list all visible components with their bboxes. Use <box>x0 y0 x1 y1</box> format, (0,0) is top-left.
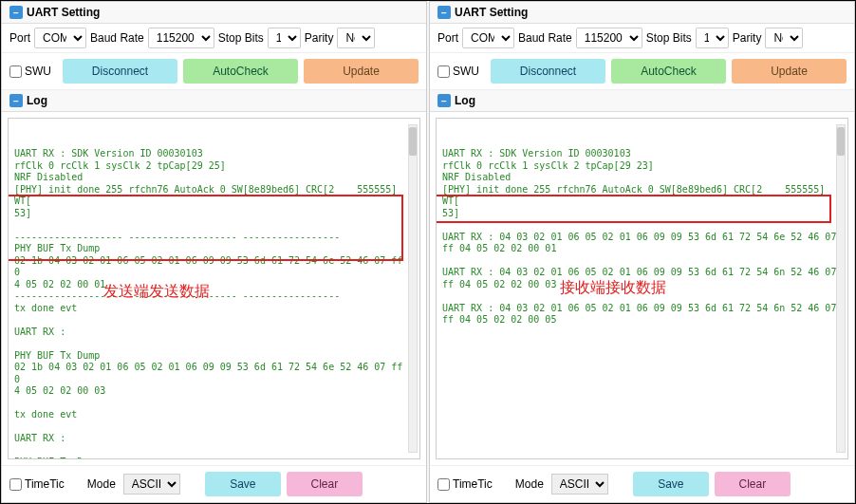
collapse-icon[interactable]: − <box>437 6 451 19</box>
save-button[interactable]: Save <box>633 472 709 496</box>
swu-label: SWU <box>453 65 479 78</box>
log-header[interactable]: − Log <box>2 90 426 112</box>
timetic-label: TimeTic <box>453 477 493 491</box>
swu-checkbox[interactable] <box>437 65 450 78</box>
action-row: SWU Disconnect AutoCheck Update <box>2 53 426 90</box>
collapse-icon[interactable]: − <box>437 94 451 107</box>
clear-button[interactable]: Clear <box>287 472 363 496</box>
autocheck-button[interactable]: AutoCheck <box>611 59 726 84</box>
stopbits-select[interactable]: 1 <box>696 28 729 48</box>
swu-checkbox[interactable] <box>9 65 22 78</box>
uart-setting-header[interactable]: − UART Setting <box>2 2 426 24</box>
port-label: Port <box>9 31 30 45</box>
autocheck-button[interactable]: AutoCheck <box>183 59 298 84</box>
bottom-controls: TimeTic Mode ASCII Save Clear <box>2 465 426 502</box>
header-label: UART Setting <box>27 6 100 19</box>
stopbits-select[interactable]: 1 <box>268 28 301 48</box>
scrollbar-thumb[interactable] <box>837 127 845 156</box>
log-area: UART RX : SDK Version ID 00030103 rfClk … <box>2 112 426 465</box>
clear-button[interactable]: Clear <box>715 472 791 496</box>
scrollbar-thumb[interactable] <box>409 127 417 156</box>
log-header[interactable]: − Log <box>430 90 854 112</box>
baud-select[interactable]: 115200 <box>576 28 642 48</box>
receive-annotation-text: 接收端接收数据 <box>560 278 666 297</box>
parity-label: Parity <box>305 31 334 45</box>
log-label: Log <box>27 94 47 107</box>
mode-select[interactable]: ASCII <box>123 474 180 495</box>
baud-select[interactable]: 115200 <box>148 28 214 48</box>
baud-label: Baud Rate <box>90 31 144 45</box>
port-label: Port <box>437 31 458 45</box>
log-output[interactable]: UART RX : SDK Version ID 00030103 rfClk … <box>436 118 848 459</box>
left-panel: − UART Setting Port COM8 Baud Rate 11520… <box>1 1 427 503</box>
log-label: Log <box>455 94 475 107</box>
scrollbar[interactable] <box>408 124 418 453</box>
mode-label: Mode <box>515 477 544 491</box>
log-output[interactable]: UART RX : SDK Version ID 00030103 rfClk … <box>8 118 420 459</box>
collapse-icon[interactable]: − <box>9 6 23 19</box>
log-text: UART RX : SDK Version ID 00030103 rfClk … <box>14 148 408 459</box>
collapse-icon[interactable]: − <box>9 94 23 107</box>
update-button[interactable]: Update <box>732 59 847 84</box>
stop-label: Stop Bits <box>218 31 264 45</box>
parity-label: Parity <box>733 31 762 45</box>
disconnect-button[interactable]: Disconnect <box>491 59 605 84</box>
bottom-controls: TimeTic Mode ASCII Save Clear <box>430 465 854 502</box>
uart-setting-header[interactable]: − UART Setting <box>430 2 854 24</box>
disconnect-button[interactable]: Disconnect <box>63 59 177 84</box>
mode-label: Mode <box>87 477 116 491</box>
port-select[interactable]: COM7 <box>462 28 514 48</box>
update-button[interactable]: Update <box>304 59 419 84</box>
stop-label: Stop Bits <box>646 31 692 45</box>
uart-config-row: Port COM7 Baud Rate 115200 Stop Bits 1 P… <box>430 24 854 53</box>
baud-label: Baud Rate <box>518 31 572 45</box>
uart-config-row: Port COM8 Baud Rate 115200 Stop Bits 1 P… <box>2 24 426 53</box>
mode-select[interactable]: ASCII <box>551 474 608 495</box>
action-row: SWU Disconnect AutoCheck Update <box>430 53 854 90</box>
log-text: UART RX : SDK Version ID 00030103 rfClk … <box>442 148 836 325</box>
right-panel: − UART Setting Port COM7 Baud Rate 11520… <box>429 1 855 503</box>
log-area: UART RX : SDK Version ID 00030103 rfClk … <box>430 112 854 465</box>
parity-select[interactable]: No <box>765 28 803 48</box>
scrollbar[interactable] <box>836 124 846 453</box>
highlight-annotation <box>436 195 831 223</box>
timetic-label: TimeTic <box>25 477 65 491</box>
parity-select[interactable]: No <box>337 28 375 48</box>
timetic-checkbox[interactable] <box>9 478 22 491</box>
swu-label: SWU <box>25 65 51 78</box>
port-select[interactable]: COM8 <box>34 28 86 48</box>
save-button[interactable]: Save <box>205 472 281 496</box>
header-label: UART Setting <box>455 6 528 19</box>
timetic-checkbox[interactable] <box>437 478 450 491</box>
